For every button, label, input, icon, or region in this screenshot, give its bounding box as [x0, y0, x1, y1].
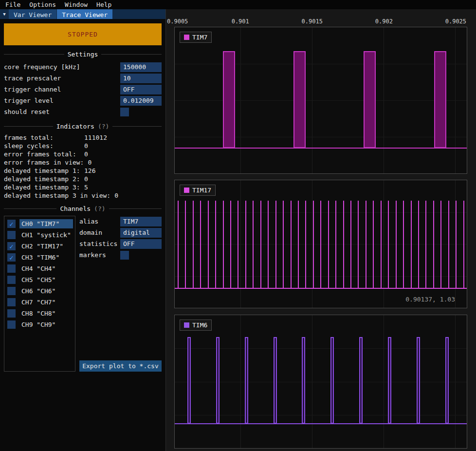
channel-row-4[interactable]: CH4 "CH4": [4, 263, 75, 274]
pulse: [313, 201, 314, 288]
pulse: [291, 201, 292, 288]
setting-input-core-frequency-khz[interactable]: 150000: [120, 62, 162, 72]
pulse: [343, 201, 344, 288]
pulse: [178, 201, 179, 288]
property-label: statistics: [79, 240, 120, 247]
pulse: [463, 201, 464, 288]
channel-checkbox[interactable]: [7, 231, 16, 239]
channel-row-9[interactable]: CH9 "CH9": [4, 319, 75, 330]
channel-row-0[interactable]: ✓CH0 "TIM7": [4, 218, 75, 229]
property-markers: markers: [79, 249, 162, 261]
indicators-header-title: Indicators: [56, 123, 94, 130]
property-input-alias[interactable]: TIM7: [120, 217, 162, 226]
pulse: [396, 201, 397, 288]
tab-var-viewer[interactable]: Var Viewer: [9, 9, 56, 19]
indicator-row: error frames in view:0: [4, 158, 162, 167]
channel-row-5[interactable]: CH5 "CH5": [4, 274, 75, 285]
channel-row-6[interactable]: CH6 "CH6": [4, 285, 75, 297]
property-alias: aliasTIM7: [79, 216, 162, 227]
indicator-label: error frames total:: [4, 150, 80, 158]
channel-checkbox[interactable]: [7, 287, 16, 295]
trace-viewer-window: FileOptionsWindowHelp ▼Var ViewerTrace V…: [0, 0, 476, 451]
legend-color-swatch: [184, 188, 189, 193]
markers-checkbox[interactable]: [120, 251, 129, 260]
separator-line: [109, 208, 162, 209]
channel-checkbox[interactable]: [7, 298, 16, 306]
pulse: [335, 201, 336, 288]
gridline-horizontal: [175, 64, 467, 64]
help-icon[interactable]: (?): [94, 205, 105, 212]
legend: TIM6: [180, 319, 212, 331]
channel-row-7[interactable]: CH7 "CH7": [4, 297, 75, 308]
trace-control-panel: STOPPEDSettingscore frequency [kHz]15000…: [0, 19, 165, 451]
channel-checkbox[interactable]: [7, 309, 16, 318]
check-icon: ✓: [9, 254, 13, 261]
gridline-horizontal: [175, 137, 467, 137]
channel-checkbox[interactable]: ✓: [7, 253, 16, 262]
export-csv-button[interactable]: Export plot to *.csv: [79, 360, 162, 372]
plot-tim17[interactable]: TIM170.90137, 1.03: [174, 180, 467, 308]
setting-label: core frequency [kHz]: [4, 63, 120, 71]
axis-tick-label: 0.9015: [302, 18, 323, 25]
help-icon[interactable]: (?): [98, 123, 109, 130]
pulse: [298, 201, 299, 288]
channel-checkbox[interactable]: [7, 320, 16, 329]
channel-checkbox[interactable]: [7, 276, 16, 284]
channel-checkbox[interactable]: ✓: [7, 242, 16, 250]
acquisition-state-button[interactable]: STOPPED: [4, 23, 162, 45]
menu-bar: FileOptionsWindowHelp: [0, 0, 476, 9]
indicator-value: 0: [80, 150, 88, 158]
plot-tim6[interactable]: TIM6: [174, 315, 467, 449]
channel-checkbox[interactable]: [7, 264, 16, 273]
setting-input-trace-prescaler[interactable]: 10: [120, 74, 162, 83]
check-icon: ✓: [9, 243, 13, 250]
channel-row-3[interactable]: ✓CH3 "TIM6": [4, 252, 75, 263]
pulse: [223, 51, 235, 149]
pulse: [330, 337, 334, 424]
tab-trace-viewer[interactable]: Trace Viewer: [57, 9, 112, 19]
setting-trigger-channel: trigger channelOFF: [4, 84, 162, 95]
channels-header: Channels(?): [4, 205, 162, 212]
indicator-row: delayed timestamp 2:0: [4, 175, 162, 183]
pulse: [215, 201, 216, 288]
pulse: [366, 201, 366, 288]
property-statistics: statisticsOFF: [79, 238, 162, 249]
menu-item-file[interactable]: File: [1, 0, 25, 9]
separator-line: [101, 54, 162, 55]
channel-row-8[interactable]: CH8 "CH8": [4, 308, 75, 319]
axis-tick-label: 0.9005: [167, 18, 188, 25]
pulse: [305, 201, 306, 288]
plot-tim7[interactable]: TIM7: [174, 27, 467, 174]
axis-tick-label: 0.9025: [445, 18, 466, 25]
pulse: [245, 337, 248, 424]
pulse: [350, 201, 351, 288]
spacer: [79, 261, 162, 360]
pulse: [185, 201, 186, 288]
indicators-header: Indicators(?): [4, 123, 162, 130]
indicator-value: 5: [80, 184, 88, 191]
collapse-arrow-icon[interactable]: ▼: [0, 9, 9, 19]
indicator-label: delayed timestamp 1:: [4, 167, 80, 174]
property-combo-statistics[interactable]: OFF: [120, 239, 162, 249]
should-reset-checkbox[interactable]: [120, 108, 129, 116]
setting-core-frequency-khz: core frequency [kHz]150000: [4, 61, 162, 73]
channel-checkbox[interactable]: ✓: [7, 220, 16, 228]
pulse: [388, 201, 389, 288]
menu-item-options[interactable]: Options: [25, 0, 60, 9]
channel-row-1[interactable]: CH1 "systick": [4, 229, 75, 241]
setting-input-trigger-level[interactable]: 0.012009: [120, 96, 162, 106]
indicator-label: delayed timestamp 2:: [4, 175, 80, 183]
property-combo-domain[interactable]: digital: [120, 228, 162, 238]
setting-should-reset: should reset: [4, 106, 162, 117]
channel-label: CH7 "CH7": [19, 298, 73, 307]
indicator-row: delayed timestamp 1:126: [4, 167, 162, 175]
property-domain: domaindigital: [79, 227, 162, 238]
pulse: [381, 201, 382, 288]
menu-item-help[interactable]: Help: [92, 0, 116, 9]
pulse: [283, 201, 284, 288]
channel-row-2[interactable]: ✓CH2 "TIM17": [4, 241, 75, 252]
menu-item-window[interactable]: Window: [60, 0, 92, 9]
channel-label: CH5 "CH5": [19, 275, 73, 284]
setting-combo-trigger-channel[interactable]: OFF: [120, 85, 162, 94]
pulse: [223, 201, 224, 288]
